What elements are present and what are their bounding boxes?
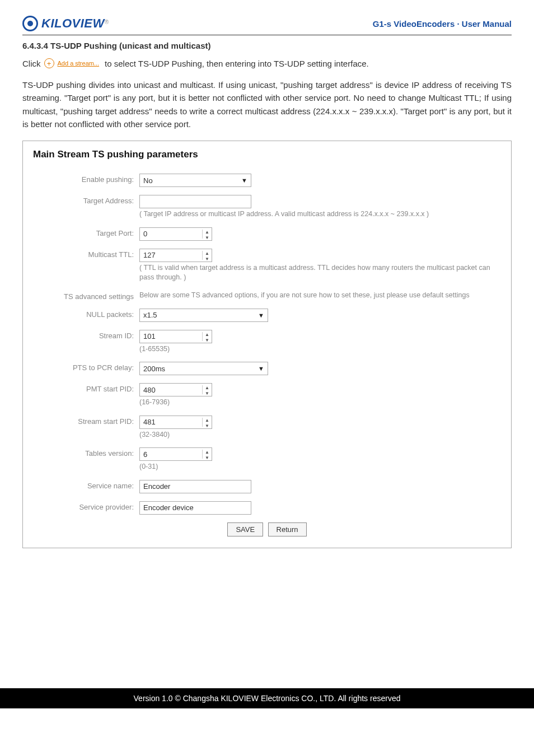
add-stream-link: Add a stream...: [58, 60, 100, 67]
panel-title: Main Stream TS pushing parameters: [33, 149, 501, 160]
return-button[interactable]: Return: [268, 522, 307, 536]
logo: KILOVIEW®: [22, 16, 109, 31]
spinner-icon[interactable]: ▲▼: [202, 332, 212, 341]
service-name-value: Encoder: [143, 482, 170, 491]
settings-panel: Main Stream TS pushing parameters Enable…: [22, 141, 512, 548]
logo-icon: [22, 16, 38, 31]
null-packets-value: x1.5: [143, 311, 157, 319]
label-stream-start-pid: Stream start PID:: [33, 416, 139, 426]
instruction-line: Click + Add a stream... to select TS-UDP…: [22, 58, 512, 68]
target-port-value: 0: [143, 230, 147, 238]
section-heading: 6.4.3.4 TS-UDP Pushing (unicast and mult…: [22, 41, 512, 50]
target-port-input[interactable]: 0 ▲▼: [139, 227, 212, 241]
service-provider-value: Encoder device: [143, 503, 194, 512]
enable-pushing-select[interactable]: No ▼: [139, 174, 251, 187]
spinner-icon[interactable]: ▲▼: [202, 385, 212, 394]
spinner-icon[interactable]: ▲▼: [202, 251, 212, 260]
service-name-input[interactable]: Encoder: [139, 480, 251, 493]
multicast-ttl-hint: ( TTL is valid when target address is a …: [139, 263, 501, 283]
spinner-icon[interactable]: ▲▼: [202, 230, 212, 239]
click-prefix: Click: [22, 59, 41, 68]
label-enable-pushing: Enable pushing:: [33, 174, 139, 184]
stream-start-range: (32-3840): [139, 430, 501, 440]
target-address-hint: ( Target IP address or multicast IP addr…: [139, 209, 501, 220]
service-provider-input[interactable]: Encoder device: [139, 501, 251, 515]
enable-pushing-value: No: [143, 176, 153, 185]
label-null-packets: NULL packets:: [33, 309, 139, 319]
label-multicast-ttl: Multicast TTL:: [33, 249, 139, 259]
stream-id-input[interactable]: 101 ▲▼: [139, 330, 212, 343]
label-target-address: Target Address:: [33, 195, 139, 205]
spinner-icon[interactable]: ▲▼: [202, 450, 212, 459]
label-pmt-start-pid: PMT start PID:: [33, 383, 139, 393]
label-tables-version: Tables version:: [33, 447, 139, 458]
pmt-range: (16-7936): [139, 398, 501, 408]
header-separator: [22, 35, 512, 35]
stream-id-value: 101: [143, 332, 156, 340]
page-footer: Version 1.0 © Changsha KILOVIEW Electron…: [0, 688, 534, 708]
page-header: KILOVIEW® G1-s VideoEncoders · User Manu…: [22, 11, 512, 34]
chevron-down-icon: ▼: [258, 365, 264, 372]
label-pts-pcr: PTS to PCR delay:: [33, 362, 139, 372]
label-target-port: Target Port:: [33, 227, 139, 237]
tables-range: (0-31): [139, 462, 501, 472]
plus-icon: +: [44, 58, 54, 68]
save-button[interactable]: SAVE: [227, 522, 263, 536]
stream-id-range: (1-65535): [139, 344, 501, 354]
button-row: SAVE Return: [33, 522, 501, 536]
tables-version-value: 6: [143, 450, 147, 459]
chevron-down-icon: ▼: [258, 312, 264, 319]
label-stream-id: Stream ID:: [33, 330, 139, 340]
click-suffix: to select TS-UDP Pushing, then entering …: [105, 59, 369, 68]
null-packets-select[interactable]: x1.5 ▼: [139, 309, 268, 322]
pmt-start-pid-value: 480: [143, 386, 156, 394]
registered-mark: ®: [105, 19, 109, 25]
stream-start-pid-input[interactable]: 481 ▲▼: [139, 416, 212, 429]
chevron-down-icon: ▼: [241, 177, 247, 184]
spinner-icon[interactable]: ▲▼: [202, 418, 212, 427]
label-service-provider: Service provider:: [33, 501, 139, 511]
label-service-name: Service name:: [33, 480, 139, 490]
pts-pcr-value: 200ms: [143, 365, 165, 373]
description-paragraph: TS-UDP pushing divides into unicast and …: [22, 78, 512, 130]
pmt-start-pid-input[interactable]: 480 ▲▼: [139, 383, 212, 396]
stream-start-pid-value: 481: [143, 418, 156, 426]
pts-pcr-select[interactable]: 200ms ▼: [139, 362, 268, 375]
tables-version-input[interactable]: 6 ▲▼: [139, 447, 212, 461]
logo-text: KILOVIEW: [41, 16, 105, 30]
ts-advanced-hint: Below are some TS advanced options, if y…: [139, 291, 501, 301]
multicast-ttl-value: 127: [143, 251, 156, 259]
label-ts-advanced: TS advanced settings: [33, 291, 139, 301]
target-address-input[interactable]: [139, 195, 251, 208]
multicast-ttl-input[interactable]: 127 ▲▼: [139, 249, 212, 262]
doc-title: G1-s VideoEncoders · User Manual: [373, 19, 512, 29]
